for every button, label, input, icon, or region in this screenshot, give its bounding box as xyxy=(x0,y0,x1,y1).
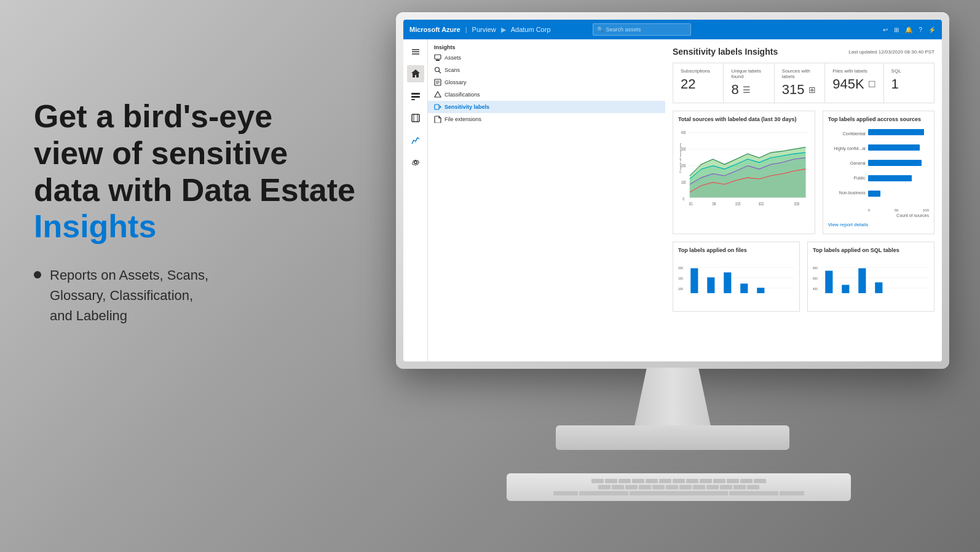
content-header: Sensitivity labels Insights Last updated… xyxy=(673,47,935,57)
svg-text:3/15: 3/15 xyxy=(735,201,741,207)
headline-line3: data with Data Estate xyxy=(34,172,355,208)
nav-icon-portal[interactable]: ⊞ xyxy=(894,26,899,33)
key-space4 xyxy=(780,491,804,495)
sidebar-icon-settings[interactable] xyxy=(407,154,424,171)
stat-icon-unique: ☰ xyxy=(743,85,751,95)
files-chart-svg: 20K 15K 10K xyxy=(678,257,794,306)
bar-label-highly: Highly confid...al xyxy=(828,146,868,151)
svg-text:200: 200 xyxy=(681,162,686,168)
bullet-dot-1 xyxy=(34,271,41,278)
sidebar-section-insights: Insights xyxy=(428,42,665,52)
svg-text:3/29: 3/29 xyxy=(794,201,800,207)
sidebar-icon-map[interactable] xyxy=(407,109,424,127)
svg-marker-17 xyxy=(435,92,441,97)
svg-rect-6 xyxy=(412,114,419,122)
view-report-link[interactable]: View report details xyxy=(828,222,869,227)
monitor-container: Microsoft Azure | Purview ▶ Adatum Corp … xyxy=(396,12,980,492)
bar-label-general: General xyxy=(828,161,868,165)
svg-text:300: 300 xyxy=(681,146,686,152)
sidebar-item-scans[interactable]: Scans xyxy=(428,64,665,76)
last-updated: Last updated 12/03/2020 08:30:40 PST xyxy=(848,49,935,55)
key xyxy=(598,485,611,489)
svg-rect-52 xyxy=(825,270,832,293)
sidebar-item-sensitivity-labels[interactable]: Sensitivity labels xyxy=(428,101,665,113)
svg-rect-10 xyxy=(436,60,440,61)
key xyxy=(727,479,739,483)
nav-purview[interactable]: Purview xyxy=(472,26,496,33)
svg-rect-55 xyxy=(875,282,882,293)
nav-icon-user[interactable]: ⚡ xyxy=(928,26,936,33)
nav-icon-feedback[interactable]: ↩ xyxy=(883,26,888,33)
stat-sql: SQL 1 xyxy=(884,63,934,103)
svg-text:20K: 20K xyxy=(678,267,684,270)
sidebar-item-glossary[interactable]: Glossary xyxy=(428,76,665,89)
key xyxy=(740,479,753,483)
headline-line2: view of sensitive xyxy=(34,135,288,171)
nav-icon-help[interactable]: ? xyxy=(919,26,922,33)
axis-label-100: 100 xyxy=(923,208,929,212)
svg-rect-9 xyxy=(435,55,441,59)
sidebar-item-file-extensions[interactable]: File extensions xyxy=(428,113,665,125)
bar-chart-axis: 0 50 100 xyxy=(868,208,929,212)
sidebar-item-classifications[interactable]: Classifications xyxy=(428,89,665,101)
nav-search-box[interactable]: 🔍 Search assets xyxy=(593,23,691,36)
sql-chart-card: Top labels applied on SQL tables 800 600… xyxy=(807,242,935,312)
key xyxy=(720,485,732,489)
bar-fill-2 xyxy=(868,160,922,166)
axis-label-50: 50 xyxy=(895,208,899,212)
svg-rect-54 xyxy=(858,268,866,293)
stats-row: Subscriptions 22 Unique labels found 8 ☰ xyxy=(673,63,935,103)
key xyxy=(754,479,766,483)
sql-chart-area: 800 600 400 xyxy=(813,257,929,306)
svg-rect-44 xyxy=(740,283,748,293)
nav-corp[interactable]: Adatum Corp xyxy=(511,26,551,33)
sidebar-icon-sources[interactable] xyxy=(407,87,424,104)
key xyxy=(693,485,705,489)
sidebar-icons xyxy=(403,39,428,361)
key-space xyxy=(553,491,578,495)
svg-rect-5 xyxy=(411,99,415,100)
stat-sources: Sources with labels 315 ⊞ xyxy=(775,63,825,103)
monitor-stand-neck xyxy=(630,368,716,429)
sidebar-icon-home[interactable] xyxy=(407,65,424,82)
key xyxy=(673,479,685,483)
files-chart-title: Top labels applied on files xyxy=(678,247,794,253)
sidebar-item-assets[interactable]: Assets xyxy=(428,52,665,64)
files-chart-card: Top labels applied on files 20K 15K 10K xyxy=(673,242,800,312)
stat-label-unique: Unique labels found xyxy=(731,68,766,79)
stat-icon-files: ☐ xyxy=(868,79,876,89)
nav-icon-notifications[interactable]: 🔔 xyxy=(905,26,912,33)
stat-label-sql: SQL xyxy=(891,68,927,74)
svg-rect-18 xyxy=(435,104,439,109)
axis-title: Count of sources xyxy=(828,213,929,218)
svg-rect-45 xyxy=(757,288,764,293)
bar-row-1 xyxy=(868,144,929,151)
svg-text:600: 600 xyxy=(813,277,818,280)
sidebar-nav: Insights Assets Scans Glos xyxy=(428,39,665,361)
sql-chart-title: Top labels applied on SQL tables xyxy=(813,247,929,253)
svg-line-12 xyxy=(439,71,441,74)
headline: Get a bird's-eye view of sensitive data … xyxy=(34,98,360,245)
stat-value-unique: 8 xyxy=(731,82,738,98)
svg-text:15K: 15K xyxy=(678,277,684,280)
bar-label-nonbusiness: Non-business xyxy=(828,191,868,195)
stat-label-files: Files with labels xyxy=(832,68,875,74)
svg-rect-4 xyxy=(411,96,420,98)
stat-value-row-subscriptions: 22 xyxy=(681,76,716,92)
nav-arrow: ▶ xyxy=(501,26,506,34)
keyboard-row-3 xyxy=(512,491,846,495)
sidebar-icon-insights[interactable] xyxy=(407,132,424,149)
area-chart-area: 400 300 200 100 0 xyxy=(678,126,810,212)
headline-line1: Get a bird's-eye xyxy=(34,98,272,134)
svg-text:100: 100 xyxy=(681,179,686,184)
key xyxy=(713,479,725,483)
nav-icons: ↩ ⊞ 🔔 ? ⚡ xyxy=(883,26,936,33)
area-chart-title: Total sources with labeled data (last 30… xyxy=(678,116,810,122)
key xyxy=(733,485,746,489)
stat-value-row-files: 945K ☐ xyxy=(832,76,875,92)
key xyxy=(700,479,712,483)
content-area: Sensitivity labels Insights Last updated… xyxy=(665,39,942,361)
key-spacebar xyxy=(630,491,728,495)
headline-insights: Insights xyxy=(34,208,156,244)
sidebar-icon-collapse[interactable] xyxy=(407,43,424,60)
